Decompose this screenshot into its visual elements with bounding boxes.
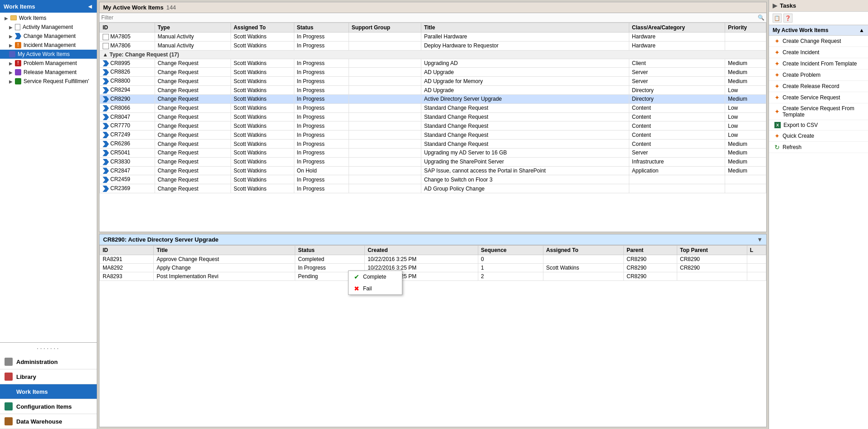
- action-label: Create Release Record: [783, 83, 839, 89]
- sidebar-dots: ·······: [0, 343, 97, 354]
- table-row[interactable]: CR8290 Change Request Scott Watkins In P…: [100, 94, 766, 103]
- dcell-id: RA8293: [100, 272, 154, 281]
- sidebar-bottom-library[interactable]: Library: [0, 369, 97, 384]
- sidebar-item-incident-management[interactable]: ▶ ! Incident Management: [0, 41, 97, 50]
- problem-icon: !: [15, 60, 21, 66]
- cr-icon: [103, 123, 109, 129]
- table-row[interactable]: CR5041 Change Request Scott Watkins In P…: [100, 148, 766, 157]
- detail-panel-title: CR8290: Active Directory Server Upgrade: [103, 236, 218, 243]
- context-menu-complete[interactable]: ✔ Complete: [349, 271, 402, 283]
- sidebar-item-my-active-work-items[interactable]: My Active Work Items: [0, 50, 97, 59]
- table-row[interactable]: CR7770 Change Request Scott Watkins In P…: [100, 121, 766, 131]
- action-label: Create Service Request From Template: [783, 105, 864, 118]
- detail-table-row[interactable]: MA8292 Apply Change In Progress 10/22/20…: [100, 264, 766, 272]
- cell-support-group: [349, 77, 421, 86]
- cell-priority: Medium: [725, 157, 766, 166]
- doc-icon: [15, 24, 20, 30]
- col-support-group: Support Group: [349, 23, 421, 33]
- action-create-service-request[interactable]: ✦Create Service Request: [769, 92, 868, 103]
- sidebar-item-problem-management[interactable]: ▶ ! Problem Management: [0, 59, 97, 68]
- table-row[interactable]: CR8047 Change Request Scott Watkins In P…: [100, 112, 766, 121]
- table-row[interactable]: CR8826 Change Request Scott Watkins In P…: [100, 68, 766, 77]
- x-icon: ✖: [354, 285, 359, 292]
- sidebar-bottom-configuration-items[interactable]: Configuration Items: [0, 399, 97, 414]
- cell-id: CR5041: [100, 148, 155, 157]
- cell-priority: Low: [725, 121, 766, 131]
- group-expand[interactable]: ▲: [103, 51, 108, 58]
- detail-table-row[interactable]: RA8293 Post Implementation Revi Pending …: [100, 272, 766, 281]
- check-icon: ✔: [354, 273, 359, 280]
- cr-icon: [103, 132, 109, 138]
- sidebar-item-change-management[interactable]: ▶ Change Management: [0, 32, 97, 41]
- tasks-clipboard-btn[interactable]: 📋: [773, 14, 782, 23]
- table-row[interactable]: CR8066 Change Request Scott Watkins In P…: [100, 103, 766, 112]
- tasks-expand-arrow[interactable]: ▶: [773, 2, 777, 9]
- cell-support-group: [349, 68, 421, 77]
- sidebar-bottom-data-warehouse[interactable]: Data Warehouse: [0, 414, 97, 429]
- context-menu-fail[interactable]: ✖ Fail: [349, 283, 402, 294]
- cell-assigned-to: Scott Watkins: [231, 103, 294, 112]
- action-refresh[interactable]: ↻Refresh: [769, 142, 868, 153]
- table-row[interactable]: MA7805 Manual Activity Scott Watkins In …: [100, 33, 766, 42]
- cell-id: MA7806: [100, 41, 155, 50]
- detail-table-container[interactable]: ID Title Status Created Sequence Assigne…: [99, 245, 766, 427]
- context-menu: ✔ Complete ✖ Fail: [348, 270, 402, 295]
- work-items-table-container[interactable]: ID Type Assigned To Status Support Group…: [99, 23, 766, 232]
- table-row[interactable]: ▲ Type: Change Request (17): [100, 50, 766, 59]
- cell-type: Change Request: [155, 86, 231, 95]
- cell-class: Hardware: [629, 33, 725, 42]
- table-row[interactable]: CR6286 Change Request Scott Watkins In P…: [100, 140, 766, 149]
- right-section-collapse[interactable]: ▲: [859, 27, 864, 33]
- cell-assigned-to: Scott Watkins: [231, 112, 294, 121]
- sidebar-item-service-request[interactable]: ▶ Service Request Fulfillmen': [0, 77, 97, 86]
- tasks-help-btn[interactable]: ❓: [783, 14, 793, 23]
- table-row[interactable]: CR8800 Change Request Scott Watkins In P…: [100, 77, 766, 86]
- search-icon: 🔍: [758, 14, 764, 21]
- table-row[interactable]: CR2369 Change Request Scott Watkins In P…: [100, 184, 766, 193]
- dcell-assigned-to: Scott Watkins: [543, 264, 624, 272]
- action-create-problem[interactable]: ✦Create Problem: [769, 70, 868, 81]
- nav-label: My Active Work Items: [18, 51, 70, 57]
- action-create-incident[interactable]: ✦Create Incident: [769, 47, 868, 58]
- sidebar-item-work-items-root[interactable]: ▶ Work Items: [0, 14, 97, 23]
- sidebar-item-activity-management[interactable]: ▶ Activity Management: [0, 23, 97, 32]
- nav-tree: ▶ Work Items ▶ Activity Management ▶ Cha…: [0, 13, 97, 342]
- cell-status: In Progress: [294, 94, 349, 103]
- sidebar-item-release-management[interactable]: ▶ Release Management: [0, 68, 97, 77]
- cell-status: In Progress: [294, 157, 349, 166]
- action-create-service-request-from-template[interactable]: ✦Create Service Request From Template: [769, 103, 868, 120]
- sidebar-bottom-work-items[interactable]: Work Items: [0, 384, 97, 399]
- table-row[interactable]: CR2459 Change Request Scott Watkins In P…: [100, 175, 766, 184]
- table-row[interactable]: CR2847 Change Request Scott Watkins On H…: [100, 166, 766, 175]
- cr-icon: [103, 168, 109, 174]
- excel-icon: X: [774, 122, 781, 128]
- table-row[interactable]: CR8995 Change Request Scott Watkins In P…: [100, 59, 766, 68]
- cell-support-group: [349, 112, 421, 121]
- filter-input[interactable]: [101, 14, 758, 21]
- cr-icon: [103, 96, 109, 103]
- action-create-release-record[interactable]: ✦Create Release Record: [769, 81, 868, 92]
- cell-support-group: [349, 140, 421, 149]
- action-quick-create[interactable]: ✦Quick Create: [769, 131, 868, 142]
- collapse-detail-btn[interactable]: ▼: [757, 236, 763, 243]
- action-export-to-csv[interactable]: XExport to CSV: [769, 120, 868, 131]
- cell-type: Change Request: [155, 77, 231, 86]
- cell-type: Manual Activity: [155, 33, 231, 42]
- cell-assigned-to: Scott Watkins: [231, 41, 294, 50]
- sidebar-bottom-administration[interactable]: Administration: [0, 354, 97, 369]
- cell-title: Upgrading the SharePoint Server: [421, 157, 629, 166]
- table-row[interactable]: MA7806 Manual Activity Scott Watkins In …: [100, 41, 766, 50]
- action-create-incident-from-template[interactable]: ✦Create Incident From Template: [769, 58, 868, 70]
- sidebar-collapse-btn[interactable]: ◄: [87, 3, 93, 10]
- cell-type: Change Request: [155, 184, 231, 193]
- table-row[interactable]: CR3830 Change Request Scott Watkins In P…: [100, 157, 766, 166]
- panel-title: My Active Work Items: [103, 4, 164, 11]
- table-row[interactable]: CR7249 Change Request Scott Watkins In P…: [100, 131, 766, 140]
- dcell-l: [747, 272, 766, 281]
- cell-id: CR7770: [100, 121, 155, 131]
- action-create-change-request[interactable]: ✦Create Change Request: [769, 36, 868, 47]
- detail-table-row[interactable]: RA8291 Approve Change Request Completed …: [100, 255, 766, 264]
- table-row[interactable]: CR8294 Change Request Scott Watkins In P…: [100, 86, 766, 95]
- cm-complete-label: Complete: [363, 274, 386, 280]
- cell-priority: [725, 184, 766, 193]
